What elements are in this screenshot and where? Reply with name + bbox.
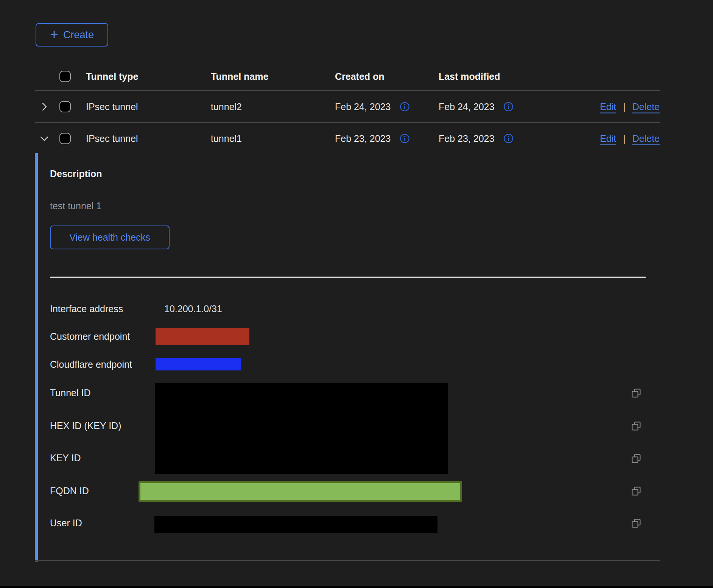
column-header-last-modified: Last modified: [439, 71, 500, 82]
action-separator: |: [623, 133, 626, 144]
tunnel-type-value: IPsec tunnel: [86, 101, 138, 112]
delete-link[interactable]: Delete: [632, 133, 660, 144]
detail-section-divider: [50, 277, 646, 278]
redaction-box-user-id: [154, 516, 437, 533]
row-checkbox[interactable]: [59, 101, 71, 112]
last-modified-value: Feb 24, 2023: [439, 101, 494, 112]
field-label-interface-address: Interface address: [50, 303, 123, 315]
field-label-fqdn-id: FQDN ID: [50, 485, 89, 497]
table-bottom-divider: [35, 560, 660, 561]
view-health-checks-label: View health checks: [69, 232, 150, 243]
create-button[interactable]: + Create: [36, 23, 108, 47]
delete-link[interactable]: Delete: [632, 101, 660, 112]
copy-icon[interactable]: [631, 518, 641, 529]
expanded-row-accent-bar: [35, 153, 38, 562]
plus-icon: +: [50, 27, 58, 41]
field-value-interface-address: 10.200.1.0/31: [164, 303, 222, 315]
field-label-hex-id: HEX ID (KEY ID): [50, 420, 121, 432]
field-label-cloudflare-endpoint: Cloudflare endpoint: [50, 358, 132, 370]
table-row: IPsec tunnel tunnel2 Feb 24, 2023 Feb 24…: [35, 91, 660, 123]
create-button-label: Create: [63, 29, 94, 41]
table-header-row: Tunnel type Tunnel name Created on Last …: [35, 63, 660, 90]
info-icon[interactable]: [503, 102, 514, 112]
field-label-customer-endpoint: Customer endpoint: [50, 330, 130, 342]
column-header-created-on: Created on: [335, 71, 385, 82]
column-header-tunnel-type: Tunnel type: [86, 71, 138, 82]
redaction-box-cloudflare-endpoint: [156, 358, 241, 370]
row-checkbox[interactable]: [59, 133, 71, 144]
field-label-key-id: KEY ID: [50, 452, 81, 464]
tunnel-name-value: tunnel2: [211, 101, 242, 112]
created-on-value: Feb 24, 2023: [335, 101, 391, 112]
redaction-box-fqdn-id: [139, 481, 462, 502]
copy-icon[interactable]: [631, 421, 641, 431]
tunnels-page: + Create Tunnel type Tunnel name Created…: [0, 0, 713, 588]
field-label-user-id: User ID: [50, 517, 82, 529]
screen-edge: [0, 586, 713, 588]
created-on-value: Feb 23, 2023: [335, 133, 391, 144]
column-header-tunnel-name: Tunnel name: [211, 71, 268, 82]
table-row: IPsec tunnel tunnel1 Feb 23, 2023 Feb 23…: [35, 123, 660, 154]
tunnel-name-value: tunnel1: [211, 133, 242, 144]
description-label: Description: [50, 168, 102, 180]
edit-link[interactable]: Edit: [600, 101, 616, 112]
view-health-checks-button[interactable]: View health checks: [50, 226, 170, 249]
info-icon[interactable]: [503, 134, 514, 144]
select-all-checkbox[interactable]: [59, 71, 71, 82]
redaction-box-tunnel-ids: [155, 383, 448, 474]
copy-icon[interactable]: [631, 454, 641, 464]
info-icon[interactable]: [400, 102, 410, 112]
copy-icon[interactable]: [631, 388, 641, 398]
copy-icon[interactable]: [631, 486, 641, 496]
edit-link[interactable]: Edit: [600, 133, 616, 144]
action-separator: |: [623, 101, 626, 112]
info-icon[interactable]: [400, 134, 410, 144]
chevron-right-icon[interactable]: [39, 102, 49, 112]
last-modified-value: Feb 23, 2023: [439, 133, 494, 144]
chevron-down-icon[interactable]: [39, 134, 49, 143]
tunnel-type-value: IPsec tunnel: [86, 133, 138, 144]
redaction-box-customer-endpoint: [156, 328, 249, 345]
field-label-tunnel-id: Tunnel ID: [50, 387, 90, 399]
description-value: test tunnel 1: [50, 200, 101, 212]
